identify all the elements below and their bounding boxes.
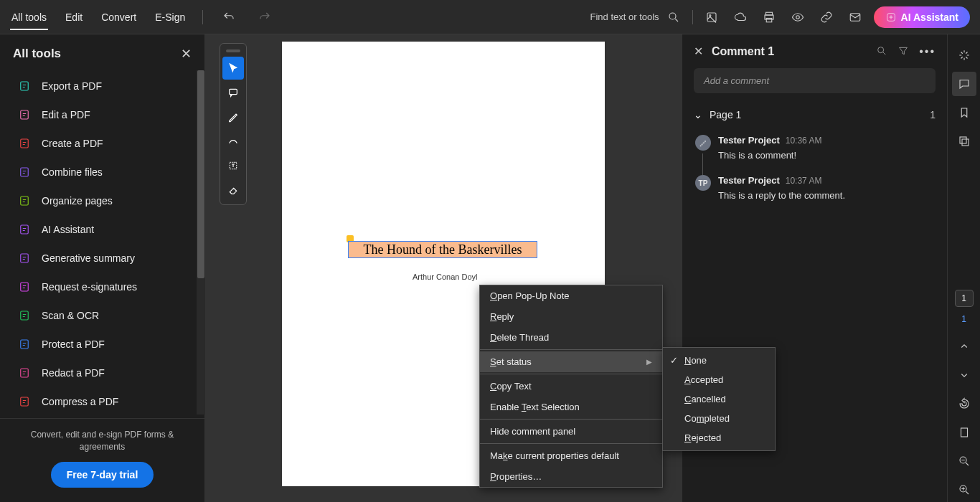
svg-rect-14	[21, 225, 29, 234]
tool-item[interactable]: Request e-signatures	[0, 273, 204, 301]
tool-icon	[17, 366, 32, 380]
link-icon[interactable]	[816, 7, 837, 27]
svg-rect-20	[21, 397, 29, 406]
highlighted-text: The Hound of the Baskervilles	[364, 242, 522, 257]
redo-button[interactable]	[255, 7, 275, 27]
tool-item[interactable]: Compress a PDF	[0, 387, 204, 416]
draw-tool[interactable]	[222, 130, 244, 153]
context-menu-item[interactable]: Make current properties default	[480, 445, 662, 466]
menu-all-tools[interactable]: All tools	[10, 4, 48, 30]
close-comments-button[interactable]: ✕	[694, 44, 703, 58]
tool-label: AI Assistant	[42, 224, 94, 235]
tool-item[interactable]: Protect a PDF	[0, 330, 204, 359]
comments-rail-icon[interactable]	[952, 72, 976, 96]
add-comment-input[interactable]: Add a comment	[694, 68, 936, 93]
context-menu-item[interactable]: Delete Thread	[480, 327, 662, 348]
tool-list[interactable]: Export a PDFEdit a PDFCreate a PDFCombin…	[0, 67, 204, 418]
context-menu-item[interactable]: Reply	[480, 306, 662, 327]
ai-sparkle-icon[interactable]	[952, 43, 976, 67]
tool-item[interactable]: Redact a PDF	[0, 359, 204, 387]
context-menu-item[interactable]: Properties…	[480, 466, 662, 487]
footer-text: Convert, edit and e-sign PDF forms & agr…	[14, 429, 190, 453]
page-number-input[interactable]: 1	[955, 290, 974, 307]
page-fit-icon[interactable]	[952, 420, 976, 445]
context-menu-item[interactable]: Copy Text	[480, 376, 662, 397]
tool-icon	[17, 222, 32, 237]
all-tools-title: All tools	[13, 47, 61, 61]
tool-icon	[17, 394, 32, 409]
search-icon[interactable]	[664, 7, 684, 27]
search-comments-icon[interactable]	[876, 45, 887, 57]
tool-item[interactable]: Export a PDF	[0, 72, 204, 100]
zoom-out-icon[interactable]	[952, 449, 976, 473]
tool-label: Edit a PDF	[42, 109, 90, 120]
tool-item[interactable]: Combine files	[0, 158, 204, 186]
context-menu-item[interactable]: Open Pop-Up Note	[480, 285, 662, 306]
undo-button[interactable]	[219, 7, 239, 27]
tool-icon	[17, 194, 32, 208]
context-menu-item[interactable]: Enable Text Selection	[480, 397, 662, 417]
svg-rect-16	[21, 283, 29, 291]
tool-icon	[17, 136, 32, 151]
submenu-item[interactable]: None	[663, 351, 775, 370]
menu-esign[interactable]: E-Sign	[154, 4, 187, 30]
comment-item[interactable]: TPTester Project10:37 AMThis is a reply …	[682, 168, 947, 208]
tool-icon	[17, 280, 32, 294]
text-tool[interactable]	[222, 154, 244, 177]
comment-tool[interactable]	[222, 81, 244, 104]
tool-item[interactable]: Generative summary	[0, 244, 204, 273]
free-trial-button[interactable]: Free 7-day trial	[51, 462, 154, 488]
rotate-icon[interactable]	[952, 392, 976, 416]
zoom-in-icon[interactable]	[952, 478, 976, 502]
menu-convert[interactable]: Convert	[100, 4, 138, 30]
divider	[202, 10, 203, 24]
image-icon[interactable]	[702, 7, 722, 27]
tool-item[interactable]: Scan & OCR	[0, 301, 204, 330]
print-icon[interactable]	[759, 7, 779, 27]
tool-label: Redact a PDF	[42, 367, 105, 379]
tool-label: Request e-signatures	[42, 281, 137, 293]
svg-rect-22	[962, 139, 969, 146]
submenu-item[interactable]: Completed	[663, 409, 775, 428]
svg-rect-24	[961, 428, 967, 437]
copy-rail-icon[interactable]	[952, 129, 976, 153]
tool-item[interactable]: Edit a PDF	[0, 100, 204, 129]
tool-label: Organize pages	[42, 195, 113, 207]
ai-assistant-button[interactable]: AI Assistant	[874, 6, 970, 28]
submenu-item[interactable]: Rejected	[663, 428, 775, 447]
menu-edit[interactable]: Edit	[64, 4, 84, 30]
scrollbar[interactable]	[197, 70, 205, 415]
chevron-up-icon[interactable]	[952, 334, 976, 359]
submenu-item[interactable]: Accepted	[663, 370, 775, 389]
tool-label: Generative summary	[42, 252, 135, 264]
close-panel-button[interactable]: ✕	[181, 46, 192, 62]
tool-item[interactable]: Create a PDF	[0, 129, 204, 158]
eye-plus-icon[interactable]	[788, 7, 808, 27]
context-menu-item[interactable]: Hide comment panel	[480, 421, 662, 442]
highlight-annotation[interactable]: The Hound of the Baskervilles	[348, 241, 537, 258]
submenu-item[interactable]: Cancelled	[663, 389, 775, 409]
select-tool[interactable]	[222, 57, 244, 80]
tool-item[interactable]: AI Assistant	[0, 215, 204, 244]
chevron-down-icon[interactable]	[952, 363, 976, 387]
svg-rect-13	[21, 196, 29, 205]
comments-title: Comment 1	[712, 45, 867, 58]
svg-rect-11	[21, 139, 29, 148]
cloud-icon[interactable]	[730, 7, 750, 27]
drag-grip-icon[interactable]	[226, 49, 240, 52]
comment-item[interactable]: Tester Project10:36 AMThis is a comment!	[682, 128, 947, 168]
highlight-tool[interactable]	[222, 105, 244, 128]
eraser-tool[interactable]	[222, 179, 244, 202]
filter-icon[interactable]	[897, 45, 909, 57]
bookmark-rail-icon[interactable]	[952, 100, 976, 125]
svg-rect-27	[230, 89, 237, 94]
mail-icon[interactable]	[845, 7, 865, 27]
annotation-toolbar[interactable]	[220, 43, 247, 205]
collapse-page-button[interactable]: ⌄	[694, 109, 702, 120]
tool-label: Protect a PDF	[42, 338, 105, 350]
context-menu-item[interactable]: Set status▶	[480, 351, 662, 372]
divider	[692, 10, 693, 24]
tool-item[interactable]: Organize pages	[0, 186, 204, 215]
more-icon[interactable]: •••	[919, 45, 936, 58]
tool-label: Create a PDF	[42, 138, 103, 149]
